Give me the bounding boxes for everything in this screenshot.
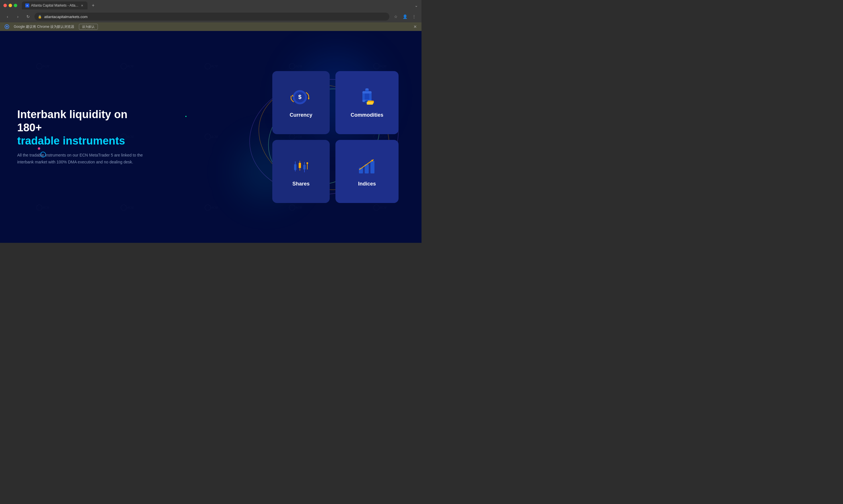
svg-point-24 <box>121 205 126 211</box>
indices-card[interactable]: Indices <box>336 140 398 203</box>
svg-point-26 <box>205 205 211 211</box>
active-tab[interactable]: A Atlanta Capital Markets - Atla... ✕ <box>22 1 87 10</box>
svg-text:ACM: ACM <box>380 65 386 68</box>
currency-icon: $ <box>291 87 311 108</box>
forward-button[interactable]: › <box>14 13 22 21</box>
commodities-card[interactable]: Commodities <box>336 71 398 134</box>
cards-area: $ Currency <box>272 71 398 203</box>
svg-point-22 <box>36 205 42 211</box>
shares-icon <box>291 156 311 176</box>
headline-line1: Interbank liquidity on 180+ <box>17 108 127 133</box>
minimize-traffic-light[interactable] <box>8 4 12 7</box>
browser-chrome: A Atlanta Capital Markets - Atla... ✕ + … <box>0 0 422 31</box>
currency-card[interactable]: $ Currency <box>272 71 330 134</box>
wm-2: ACM <box>84 31 169 102</box>
svg-text:ACM: ACM <box>127 206 134 209</box>
traffic-lights <box>3 4 17 7</box>
new-tab-button[interactable]: + <box>90 2 97 9</box>
tab-label: Atlanta Capital Markets - Atla... <box>31 3 78 7</box>
svg-point-10 <box>374 64 379 69</box>
tab-close-button[interactable]: ✕ <box>80 3 84 7</box>
indices-card-label: Indices <box>358 181 376 187</box>
decorative-dot-green <box>185 116 187 117</box>
subtext: All the tradable instruments on our ECN … <box>17 152 155 166</box>
svg-point-4 <box>121 64 126 69</box>
bookmark-icon[interactable]: ☆ <box>392 13 400 21</box>
svg-point-1 <box>6 26 8 28</box>
close-traffic-light[interactable] <box>3 4 7 7</box>
svg-rect-50 <box>294 164 296 170</box>
svg-rect-46 <box>367 102 373 105</box>
info-bar-close-button[interactable]: ✕ <box>413 24 417 29</box>
svg-text:ACM: ACM <box>127 65 134 68</box>
svg-rect-59 <box>371 161 375 174</box>
set-default-button[interactable]: 设为默认 <box>79 24 98 30</box>
info-bar-text: Google 建议将 Chrome 设为默认浏览器 <box>14 24 74 29</box>
page-content: ACM ACM ACM ACM ACM <box>0 31 422 243</box>
svg-marker-38 <box>308 98 310 100</box>
currency-card-label: Currency <box>290 112 312 118</box>
left-content: Interbank liquidity on 180+ tradable ins… <box>0 108 172 165</box>
info-bar: Google 建议将 Chrome 设为默认浏览器 设为默认 ✕ <box>0 22 422 31</box>
back-button[interactable]: ‹ <box>3 13 12 21</box>
url-display: atlantacapitalmarkets.com <box>44 15 87 19</box>
indices-icon <box>357 156 377 176</box>
svg-text:$: $ <box>298 94 301 100</box>
svg-rect-41 <box>362 91 372 93</box>
svg-text:ACM: ACM <box>295 65 302 68</box>
svg-point-16 <box>205 134 211 140</box>
svg-point-6 <box>205 64 211 69</box>
svg-text:ACM: ACM <box>211 65 218 68</box>
chrome-icon <box>5 24 9 29</box>
svg-rect-52 <box>299 163 301 168</box>
tab-favicon: A <box>25 3 29 7</box>
svg-point-56 <box>307 162 308 164</box>
svg-rect-54 <box>303 165 306 169</box>
svg-text:ACM: ACM <box>295 206 302 209</box>
wm-11: ACM <box>0 172 84 243</box>
shares-card-label: Shares <box>292 181 310 187</box>
commodities-icon <box>357 87 377 108</box>
maximize-traffic-light[interactable] <box>14 4 17 7</box>
headline-line2: tradable instruments <box>17 135 125 147</box>
browser-menu-icon[interactable]: ⋮ <box>410 13 418 21</box>
browser-nav-icons: ☆ 👤 ⋮ <box>392 13 418 21</box>
window-menu-button[interactable]: ⌄ <box>415 3 418 8</box>
headline: Interbank liquidity on 180+ tradable ins… <box>17 108 155 147</box>
svg-rect-43 <box>365 93 369 100</box>
svg-text:ACM: ACM <box>380 206 386 209</box>
svg-text:ACM: ACM <box>211 135 218 139</box>
refresh-button[interactable]: ↻ <box>24 13 32 21</box>
wm-3: ACM <box>169 31 253 102</box>
wm-12: ACM <box>84 172 169 243</box>
svg-point-8 <box>289 64 295 69</box>
svg-point-28 <box>289 205 295 211</box>
address-bar[interactable]: 🔒 atlantacapitalmarkets.com <box>34 13 389 21</box>
svg-point-30 <box>374 205 379 211</box>
nav-bar: ‹ › ↻ 🔒 atlantacapitalmarkets.com ☆ 👤 ⋮ <box>0 11 422 22</box>
svg-point-48 <box>365 88 369 90</box>
svg-text:ACM: ACM <box>43 65 49 68</box>
commodities-card-label: Commodities <box>351 112 383 118</box>
svg-text:ACM: ACM <box>211 206 218 209</box>
lock-icon: 🔒 <box>38 15 42 19</box>
shares-card[interactable]: Shares <box>272 140 330 203</box>
profile-icon[interactable]: 👤 <box>401 13 409 21</box>
title-bar: A Atlanta Capital Markets - Atla... ✕ + … <box>0 0 422 11</box>
wm-1: ACM <box>0 31 84 102</box>
svg-text:ACM: ACM <box>43 206 49 209</box>
svg-point-2 <box>36 64 42 69</box>
